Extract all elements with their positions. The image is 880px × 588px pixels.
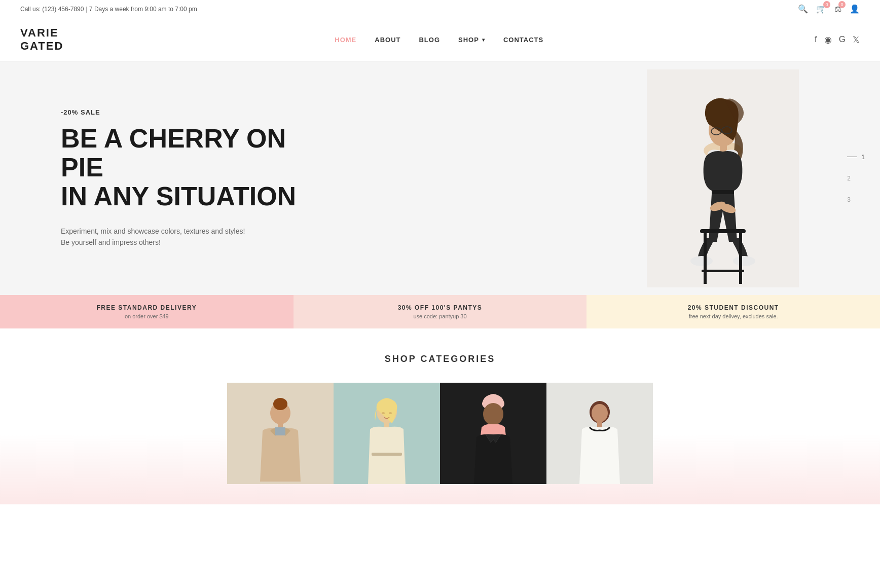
category-card-2[interactable] <box>334 383 440 484</box>
promo-sub-3: free next day delivey, excludes sale. <box>599 313 868 319</box>
hero-subtitle-line1: Experiment, mix and showcase colors, tex… <box>61 227 245 235</box>
category-figure-2 <box>334 383 440 484</box>
nav-item-blog[interactable]: BLOG <box>419 36 440 44</box>
promo-sub-2: use code: pantyup 30 <box>306 313 575 319</box>
user-icon[interactable]: 👤 <box>850 4 860 14</box>
category-img-1 <box>227 383 334 484</box>
hero-title-line1: BE A CHERRY ON PIE <box>61 124 286 182</box>
category-img-2 <box>334 383 440 484</box>
shop-categories-title: SHOP CATEGORIES <box>20 354 860 364</box>
slide-dot-1[interactable]: 1 <box>847 154 865 161</box>
instagram-icon[interactable]: ◉ <box>824 34 832 45</box>
search-icon[interactable]: 🔍 <box>798 4 808 14</box>
svg-point-8 <box>690 256 713 266</box>
cart-badge: 0 <box>823 1 830 8</box>
slide-dot-2[interactable]: 2 <box>847 175 865 182</box>
top-bar-actions: 🔍 🛒 0 ⚖ 0 👤 <box>798 4 860 14</box>
category-img-3 <box>440 383 546 484</box>
category-card-4[interactable] <box>546 383 653 484</box>
shop-categories-inner: SHOP CATEGORIES <box>0 328 880 484</box>
promo-banners: FREE STANDARD DELIVERY on order over $49… <box>0 295 880 328</box>
promo-banner-3[interactable]: 20% STUDENT DISCOUNT free next day deliv… <box>586 295 880 328</box>
hero-title-line2: IN ANY SITUATION <box>61 181 296 211</box>
svg-point-38 <box>592 404 608 422</box>
svg-rect-12 <box>739 233 742 284</box>
shop-categories-section: SHOP CATEGORIES <box>0 328 880 504</box>
hero-sale-tag: -20% SALE <box>61 108 314 116</box>
svg-point-25 <box>389 412 392 414</box>
category-card-3[interactable] <box>440 383 546 484</box>
categories-grid <box>20 383 860 484</box>
promo-title-2: 30% OFF 100'S PANTYS <box>306 304 575 311</box>
svg-rect-11 <box>704 233 707 284</box>
svg-rect-21 <box>275 427 285 435</box>
top-bar-contact: Call us: (123) 456-7890 | 7 Days a week … <box>20 6 197 13</box>
nav-item-shop[interactable]: SHOP <box>458 36 485 44</box>
promo-banner-2[interactable]: 30% OFF 100'S PANTYS use code: pantyup 3… <box>294 295 587 328</box>
nav-item-contacts[interactable]: CONTACTS <box>503 36 543 44</box>
svg-point-9 <box>733 256 755 266</box>
hero-subtitle: Experiment, mix and showcase colors, tex… <box>61 226 314 248</box>
header: VARIE GATED HOME ABOUT BLOG SHOP CONTACT… <box>0 18 880 62</box>
compare-badge: 0 <box>838 1 846 8</box>
promo-title-3: 20% STUDENT DISCOUNT <box>599 304 868 311</box>
hero-content: -20% SALE BE A CHERRY ON PIE IN ANY SITU… <box>61 108 314 248</box>
phone-text: Call us: (123) 456-7890 <box>20 6 84 13</box>
category-img-4 <box>546 383 653 484</box>
facebook-icon[interactable]: f <box>815 34 817 45</box>
category-figure-3 <box>440 383 546 484</box>
twitter-icon[interactable]: 𝕏 <box>853 34 860 45</box>
compare-icon-wrap[interactable]: ⚖ 0 <box>834 4 841 14</box>
svg-line-5 <box>721 130 722 131</box>
logo-line2: GATED <box>20 40 63 52</box>
hero-subtitle-line2: Be yourself and impress others! <box>61 238 161 246</box>
category-figure-4 <box>546 383 653 484</box>
nav-item-home[interactable]: HOME <box>335 36 356 44</box>
main-nav: HOME ABOUT BLOG SHOP CONTACTS <box>335 36 543 44</box>
hero-title: BE A CHERRY ON PIE IN ANY SITUATION <box>61 124 314 211</box>
promo-title-1: FREE STANDARD DELIVERY <box>12 304 281 311</box>
category-figure-1 <box>227 383 334 484</box>
top-bar: Call us: (123) 456-7890 | 7 Days a week … <box>0 0 880 18</box>
promo-sub-1: on order over $49 <box>12 313 281 319</box>
category-card-1[interactable] <box>227 383 334 484</box>
hours-text: | 7 Days a week from 9:00 am to 7:00 pm <box>86 6 197 13</box>
hero-image-area <box>627 62 819 295</box>
logo[interactable]: VARIE GATED <box>20 26 63 53</box>
social-icons: f ◉ G 𝕏 <box>815 34 860 45</box>
google-icon[interactable]: G <box>839 34 846 45</box>
slide-dot-3[interactable]: 3 <box>847 196 865 203</box>
nav-item-about[interactable]: ABOUT <box>375 36 400 44</box>
svg-rect-27 <box>372 453 402 456</box>
logo-line1: VARIE <box>20 26 59 39</box>
svg-rect-10 <box>700 229 746 233</box>
svg-point-30 <box>483 403 503 425</box>
svg-rect-7 <box>712 190 734 194</box>
slide-indicators: 1 2 3 <box>847 154 865 203</box>
cart-icon-wrap[interactable]: 🛒 0 <box>816 4 826 14</box>
svg-point-24 <box>382 412 385 414</box>
promo-banner-1[interactable]: FREE STANDARD DELIVERY on order over $49 <box>0 295 294 328</box>
hero-section: -20% SALE BE A CHERRY ON PIE IN ANY SITU… <box>0 62 880 295</box>
hero-person-svg <box>647 69 799 287</box>
svg-rect-13 <box>702 270 744 272</box>
svg-point-18 <box>273 398 287 410</box>
